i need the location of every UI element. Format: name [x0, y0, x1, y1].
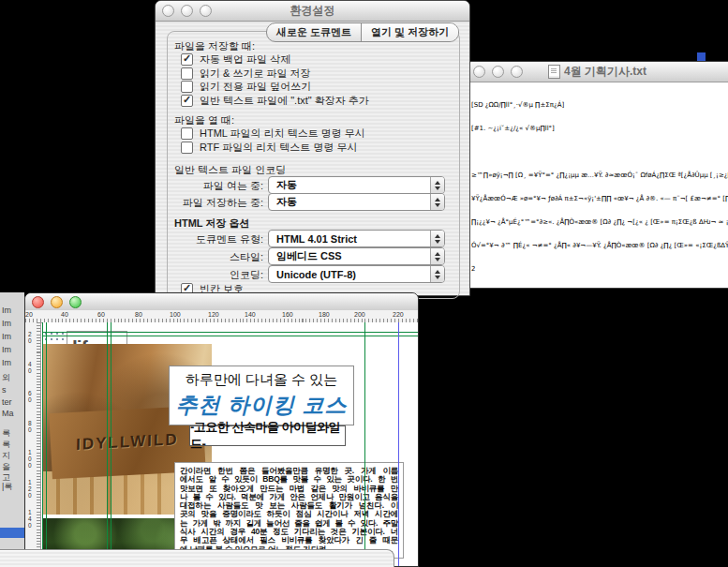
html-save-options-header: HTML 저장 옵션 — [174, 216, 249, 231]
horizontal-guide — [42, 336, 419, 336]
layout-window-titlebar[interactable] — [25, 293, 418, 311]
ruler-number: 40 — [61, 311, 68, 318]
checkbox-ignore-rtf-rich-text[interactable]: RTF 파일의 리치 텍스트 명령 무시 — [181, 141, 357, 155]
checkbox-icon[interactable] — [181, 67, 193, 80]
checkbox-label: 읽기 전용 파일 덮어쓰기 — [200, 80, 311, 94]
vertical-ruler: 20 40 60 80 100 120 140 — [25, 322, 41, 567]
popup-label-encoding: 인코딩: — [170, 268, 263, 282]
checkbox-delete-backup[interactable]: ✓ 자동 백업 파일 삭제 — [181, 52, 290, 67]
text-line: ≥™∏»øÿ¡¬∏ [Ω¸ =¥Ÿ°=° ¿∏¿¡μμ æ…¥Ÿ. ∂≈æœÓ¡… — [471, 172, 726, 179]
strip-fragment: Im — [2, 345, 11, 354]
vertical-guide — [364, 322, 365, 567]
popup-style[interactable]: 임베디드 CSS — [268, 247, 445, 265]
window-controls — [32, 296, 82, 308]
checkbox-label: RTF 파일의 리치 텍스트 명령 무시 — [200, 141, 357, 155]
strip-fragment: Im — [2, 319, 11, 328]
popup-opening-files[interactable]: 자동 — [268, 176, 445, 194]
checkbox-icon[interactable]: ✓ — [181, 95, 193, 107]
subtitle-frame[interactable]: -고요한 산속마을 아이딜와일드- — [189, 425, 346, 446]
text-window-titlebar[interactable]: 4월 기획기사.txt — [467, 62, 728, 82]
ruler-number: 80 — [28, 420, 33, 433]
headline-kicker: 하루만에 다녀올 수 있는 — [186, 371, 338, 389]
checkbox-icon[interactable] — [181, 81, 193, 93]
strip-fragment: Im — [2, 306, 11, 315]
window-title: 4월 기획기사.txt — [564, 64, 646, 80]
popup-label-document-type: 도큐멘트 유형: — [170, 232, 263, 246]
strip-fragment: 외 — [2, 372, 10, 384]
popup-document-type[interactable]: HTML 4.01 Strict — [268, 230, 445, 247]
ruler-number: 140 — [28, 509, 33, 529]
ruler-number: 20 — [25, 311, 33, 318]
ruler-number: 180 — [319, 311, 330, 318]
checkbox-overwrite-readonly[interactable]: 읽기 전용 파일 덮어쓰기 — [181, 80, 311, 94]
preferences-dialog: 환경설정 새로운 도큐멘트 열기 및 저장하기 파일을 저장할 때: ✓ 자동 … — [155, 0, 470, 296]
close-button[interactable] — [32, 296, 44, 308]
checkbox-ignore-html-rich-text[interactable]: HTML 파일의 리치 텍스트 명령 무시 — [181, 127, 365, 141]
text-document-window: 4월 기획기사.txt [SD ¿ΩΩ/∏ll°¸·√®μ ∏±Σπ¿Á] [#… — [466, 61, 728, 289]
page-canvas[interactable]: life IDYLLWILD 하루만에 다녀올 수 있는 추천 하이킹 코스 - — [42, 322, 419, 567]
background-window-strip: Im Im Im Im Im 외 s ter Ma 록 록 지 을 고 |록 — [0, 292, 24, 567]
checkbox-label: 읽기 & 쓰기로 파일 저장 — [200, 67, 311, 81]
popup-saving-files[interactable]: 자동 — [268, 193, 445, 211]
horizontal-guide — [42, 332, 419, 333]
selected-row-highlight[interactable] — [0, 528, 24, 538]
save-section-header: 파일을 저장할 때: — [174, 39, 255, 53]
checkbox-append-txt-extension[interactable]: ✓ 일반 텍스트 파일에 ".txt" 확장자 추가 — [181, 94, 369, 108]
ruler-number: 100 — [28, 449, 33, 469]
ruler-number: 20 — [28, 331, 33, 344]
popup-arrows-icon — [430, 177, 444, 193]
zoom-button[interactable] — [69, 296, 82, 308]
text-line: Ó√=°¥¬ ∂™ ∏É¿« ¬≠=° ¿Å∏« ∂¥¬—¥Ÿ. ¿Å∏Ò«æœ… — [471, 242, 726, 249]
document-icon — [548, 65, 560, 79]
popup-label-opening-files: 파일 여는 중: — [170, 179, 263, 193]
ruler-number: 60 — [28, 390, 33, 403]
strip-fragment: ter — [2, 397, 12, 407]
checkbox-label: HTML 파일의 리치 텍스트 명령 무시 — [200, 127, 365, 141]
horizontal-ruler: 20 40 60 80 100 120 140 160 180 200 220 — [25, 310, 418, 323]
dialog-title: 환경설정 — [156, 3, 469, 19]
carved-sign-text: IDYLLWILD — [76, 430, 179, 455]
ruler-number: 120 — [208, 311, 219, 318]
strip-fragment: Im — [2, 332, 11, 341]
minimize-button[interactable] — [51, 296, 63, 308]
popup-value: 자동 — [269, 195, 430, 209]
popup-label-style: 스타일: — [170, 250, 263, 264]
strip-fragment: Im — [2, 358, 11, 367]
checkbox-save-readwrite[interactable]: 읽기 & 쓰기로 파일 저장 — [181, 67, 311, 81]
popup-value: Unicode (UTF-8) — [269, 269, 430, 280]
ruler-number: 220 — [393, 311, 404, 318]
vertical-guide — [42, 322, 43, 567]
ruler-number: 160 — [282, 311, 293, 318]
open-section-header: 파일을 열 때: — [174, 113, 234, 127]
checkbox-icon[interactable] — [181, 142, 193, 154]
ruler-number: 120 — [28, 479, 33, 499]
checkbox-label: 일반 텍스트 파일에 ".txt" 확장자 추가 — [200, 94, 369, 108]
popup-encoding[interactable]: Unicode (UTF-8) — [268, 265, 445, 283]
strip-fragment: s — [2, 385, 7, 395]
foreground-window-top-edge[interactable] — [0, 549, 394, 567]
dialog-titlebar[interactable]: 환경설정 — [156, 1, 469, 22]
ruler-number: 80 — [135, 311, 142, 318]
checkbox-icon[interactable] — [181, 127, 193, 140]
subtitle-text: -고요한 산속마을 아이딜와일드- — [190, 419, 345, 453]
popup-arrows-icon — [430, 194, 444, 210]
text-document-content[interactable]: [SD ¿ΩΩ/∏ll°¸·√®μ ∏±Σπ¿Á] [#1. ~¿¡i˘±¿/¿… — [467, 82, 728, 289]
plaintext-encoding-header: 일반 텍스트 파일 인코딩 — [174, 163, 286, 177]
text-line: [#1. ~¿¡i˘±¿/¿« √®μ∏ll°] — [471, 125, 726, 132]
strip-fragment: |록 — [2, 481, 12, 493]
popup-label-saving-files: 파일 저장하는 중: — [170, 196, 263, 210]
vertical-guide — [111, 322, 111, 567]
popup-arrows-icon — [430, 231, 444, 246]
popup-arrows-icon — [430, 248, 444, 264]
page-layout-window: 20 40 60 80 100 120 140 160 180 200 220 … — [24, 292, 419, 567]
body-text-frame[interactable]: 간이라면 한번 쯤은 들어봤을만큼 유명한 곳. 가게 이름 에서도 알 수 있… — [174, 462, 404, 559]
text-line: ¥Ÿ¿ÅæœÓ¬Æ »ø=°¥¬ ƒø∂Á π±Σ¬«ÿ¡'±∏∏ «œ¥¬ ¿… — [471, 195, 726, 202]
headline-frame[interactable]: 하루만에 다녀올 수 있는 추천 하이킹 코스 — [169, 366, 354, 425]
tab-open-and-save[interactable]: 열기 및 저장하기 — [361, 23, 458, 41]
tab-new-document[interactable]: 새로운 도큐멘트 — [267, 23, 361, 41]
text-line: ∏¡¿¿¥¬ ¿Å°μÉ¿°™=°∂≥«. ¿Å∏Ò«æœ® [Ω∂ ¿∏¿ ¬… — [471, 218, 726, 226]
popup-value: HTML 4.01 Strict — [269, 233, 430, 245]
checkbox-icon[interactable]: ✓ — [181, 53, 193, 66]
strip-fragment: Ma — [2, 409, 14, 418]
popup-value: 자동 — [269, 178, 430, 192]
